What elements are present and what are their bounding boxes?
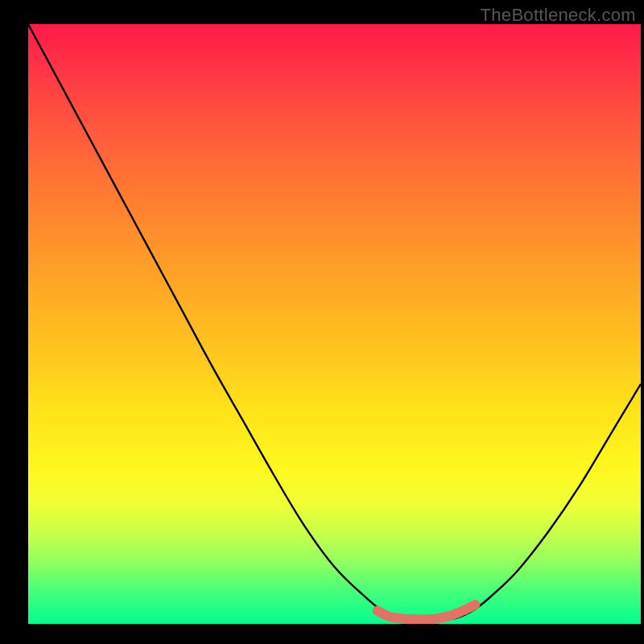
- chart-svg: [28, 24, 641, 624]
- bottleneck-curve-line: [28, 24, 641, 621]
- chart-plot-area: [28, 24, 641, 624]
- watermark-text: TheBottleneck.com: [481, 5, 636, 26]
